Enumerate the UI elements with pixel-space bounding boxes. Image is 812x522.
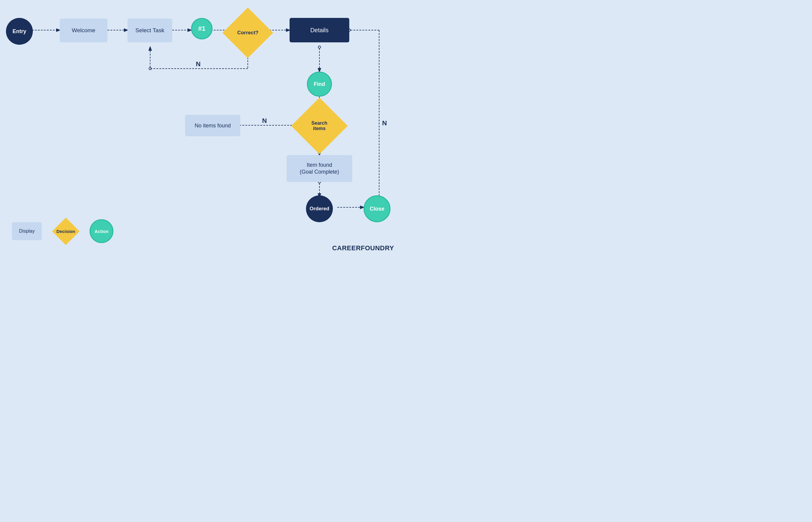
item-found-node: Item found (Goal Complete) xyxy=(287,155,352,182)
num1-node: #1 xyxy=(191,18,213,39)
svg-text:N: N xyxy=(382,119,387,127)
close-node: Close xyxy=(364,195,390,222)
ordered-node: Ordered xyxy=(306,195,333,222)
legend-action: Action xyxy=(90,219,113,243)
legend-decision: Decision xyxy=(54,219,78,243)
select-task-node: Select Task xyxy=(128,19,172,42)
no-items-found-node: No items found xyxy=(185,115,240,136)
flowchart-diagram: N N N Entry Welcome Sel xyxy=(0,0,406,261)
svg-point-11 xyxy=(318,46,321,48)
legend-display: Display xyxy=(12,222,42,240)
legend: Display Decision Action xyxy=(12,219,113,243)
find-node: Find xyxy=(307,72,332,97)
search-items-node: Search items xyxy=(291,98,348,154)
svg-text:N: N xyxy=(196,60,200,68)
details-node: Details xyxy=(290,18,349,42)
entry-node: Entry xyxy=(6,18,33,45)
svg-text:N: N xyxy=(262,117,267,124)
brand-logo: CAREERFOUNDRY xyxy=(332,244,394,252)
svg-point-8 xyxy=(149,67,151,70)
correct-node: Correct? xyxy=(223,7,273,58)
welcome-node: Welcome xyxy=(60,19,108,42)
